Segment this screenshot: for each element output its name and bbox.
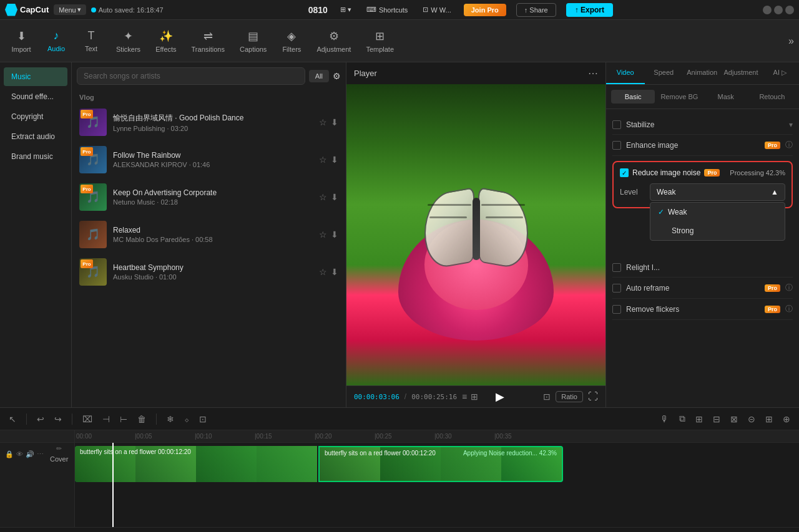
list-item[interactable]: 🎵 Pro 愉悦自由界域风情 · Good Polish Dance Lynne… bbox=[72, 104, 346, 141]
favorite-button-2[interactable]: ☆ bbox=[319, 155, 327, 165]
undo-button[interactable]: ↩ bbox=[34, 413, 47, 425]
keyframe-button[interactable]: ⬦ bbox=[182, 413, 192, 425]
sidebar-item-sound-effects[interactable]: Sound effe... bbox=[4, 87, 67, 106]
timeline-clip-1[interactable]: butterfly sits on a red flower 00:00:12:… bbox=[75, 446, 317, 482]
download-button-4[interactable]: ⬇ bbox=[331, 230, 338, 239]
merge-button[interactable]: ⊠ bbox=[728, 413, 740, 425]
tab-ai[interactable]: AI ▷ bbox=[761, 62, 799, 84]
tab-video[interactable]: Video bbox=[606, 62, 645, 84]
list-item[interactable]: 🎵 Relaxed MC Mablo Dos Paredões · 00:58 … bbox=[72, 216, 346, 253]
timeline-view-button[interactable]: ≡ bbox=[462, 392, 467, 402]
auto-reframe-info-icon[interactable]: ⓘ bbox=[785, 283, 793, 293]
minimize-button[interactable] bbox=[763, 6, 772, 14]
split-button[interactable]: ⌧ bbox=[80, 413, 95, 425]
sub-tab-basic[interactable]: Basic bbox=[611, 90, 655, 104]
zoom-in-button[interactable]: ⊕ bbox=[780, 413, 793, 425]
workspace-button[interactable]: ⊡ W W... bbox=[420, 3, 453, 16]
ratio-button[interactable]: Ratio bbox=[556, 391, 583, 402]
download-button-2[interactable]: ⬇ bbox=[331, 155, 338, 165]
share-button[interactable]: ↑ Share bbox=[516, 3, 556, 17]
tool-text[interactable]: T Text bbox=[75, 26, 107, 56]
sub-tab-mask[interactable]: Mask bbox=[704, 90, 748, 104]
sidebar-item-extract-audio[interactable]: Extract audio bbox=[4, 127, 67, 146]
sub-tab-remove-bg[interactable]: Remove BG bbox=[657, 90, 701, 104]
export-button[interactable]: ↑ Export bbox=[566, 3, 613, 17]
favorite-button-1[interactable]: ☆ bbox=[319, 117, 327, 127]
list-item[interactable]: 🎵 Pro Heartbeat Symphony Ausku Studio · … bbox=[72, 253, 346, 291]
split-right-button[interactable]: ⊢ bbox=[117, 413, 130, 425]
timeline-clip-2[interactable]: butterfly sits on a red flower 00:00:12:… bbox=[318, 446, 563, 482]
remove-flickers-checkbox[interactable] bbox=[612, 305, 621, 314]
download-button-5[interactable]: ⬇ bbox=[331, 267, 338, 277]
split-left-button[interactable]: ⊣ bbox=[100, 413, 112, 425]
playhead[interactable] bbox=[112, 443, 114, 527]
track-visibility-button[interactable]: 👁 bbox=[16, 450, 23, 458]
tab-animation[interactable]: Animation bbox=[683, 62, 722, 84]
tab-adjustment[interactable]: Adjustment bbox=[722, 62, 761, 84]
clip-link-button[interactable]: ⧉ bbox=[677, 412, 688, 425]
sidebar-item-music[interactable]: Music bbox=[4, 67, 67, 86]
join-pro-button[interactable]: Join Pro bbox=[464, 4, 506, 16]
player-menu-button[interactable]: ⋯ bbox=[588, 67, 598, 79]
crop-button[interactable]: ⊡ bbox=[543, 392, 551, 402]
tool-transitions[interactable]: ⇌ Transitions bbox=[185, 26, 231, 57]
layout-button[interactable]: ⊞ ▾ bbox=[338, 3, 354, 16]
delete-button[interactable]: 🗑 bbox=[135, 413, 149, 425]
sidebar-item-brand-music[interactable]: Brand music bbox=[4, 147, 67, 166]
tool-effects[interactable]: ✨ Effects bbox=[149, 26, 182, 57]
toolbar-more-button[interactable]: » bbox=[788, 36, 794, 47]
mic-button[interactable]: 🎙 bbox=[658, 413, 672, 425]
list-item[interactable]: 🎵 Pro Follow The Rainbow ALEKSANDAR KIPR… bbox=[72, 141, 346, 178]
tool-adjustment[interactable]: ⚙ Adjustment bbox=[310, 26, 357, 57]
relight-checkbox[interactable] bbox=[612, 263, 621, 272]
cover-edit-button[interactable]: ✏ bbox=[56, 445, 62, 453]
close-button[interactable] bbox=[785, 6, 794, 14]
mute-button[interactable]: ⊝ bbox=[745, 413, 758, 425]
sidebar-item-copyright[interactable]: Copyright bbox=[4, 107, 67, 126]
tool-audio[interactable]: ♪ Audio bbox=[40, 26, 72, 56]
enhance-image-checkbox[interactable] bbox=[612, 141, 621, 150]
play-button[interactable]: ▶ bbox=[496, 390, 504, 404]
dropdown-item-weak[interactable]: ✓ Weak bbox=[650, 203, 785, 221]
enhance-image-info-icon[interactable]: ⓘ bbox=[785, 140, 793, 150]
tool-captions[interactable]: ▤ Captions bbox=[233, 26, 273, 57]
noise-level-select[interactable]: Weak ▲ bbox=[650, 183, 785, 201]
timeline-track-area[interactable]: 00:00 |00:05 |00:10 |00:15 |00:20 |00:25… bbox=[75, 430, 799, 527]
tool-stickers[interactable]: ✦ Stickers bbox=[110, 26, 147, 57]
stabilize-checkbox[interactable] bbox=[612, 120, 621, 129]
track-audio-button[interactable]: 🔊 bbox=[26, 450, 34, 458]
auto-reframe-checkbox[interactable] bbox=[612, 284, 621, 293]
track-more-button[interactable]: ⋯ bbox=[37, 450, 44, 458]
track-lock-button[interactable]: 🔒 bbox=[5, 450, 14, 458]
tab-speed[interactable]: Speed bbox=[645, 62, 684, 84]
timeline-scrollbar[interactable] bbox=[0, 527, 799, 532]
menu-button[interactable]: Menu ▾ bbox=[54, 4, 86, 15]
grid-view-button[interactable]: ⊞ bbox=[471, 392, 478, 402]
filter-button[interactable]: ⚙ bbox=[333, 71, 341, 81]
split-audio-button[interactable]: ⊟ bbox=[710, 413, 723, 425]
select-tool-button[interactable]: ↖ bbox=[6, 413, 19, 425]
stabilize-arrow[interactable]: ▾ bbox=[789, 120, 793, 129]
favorite-button-5[interactable]: ☆ bbox=[319, 267, 327, 277]
dropdown-item-strong[interactable]: Strong bbox=[650, 221, 785, 240]
favorite-button-4[interactable]: ☆ bbox=[319, 230, 327, 239]
sub-tab-retouch[interactable]: Retouch bbox=[750, 90, 794, 104]
download-button-3[interactable]: ⬇ bbox=[331, 192, 338, 202]
crop-tl-button[interactable]: ⊡ bbox=[197, 413, 209, 425]
remove-flickers-info-icon[interactable]: ⓘ bbox=[785, 304, 793, 314]
tool-template[interactable]: ⊞ Template bbox=[360, 26, 400, 57]
tool-import[interactable]: ⬇ Import bbox=[5, 26, 37, 57]
download-button-1[interactable]: ⬇ bbox=[331, 117, 338, 127]
reduce-noise-checkbox[interactable]: ✓ bbox=[620, 168, 629, 177]
tool-filters[interactable]: ◈ Filters bbox=[275, 26, 308, 57]
multi-clip-button[interactable]: ⊞ bbox=[693, 413, 705, 425]
fullscreen-button[interactable]: ⛶ bbox=[588, 391, 598, 402]
search-input[interactable] bbox=[77, 67, 305, 85]
volume-button[interactable]: ⊞ bbox=[763, 413, 775, 425]
maximize-button[interactable] bbox=[774, 6, 783, 14]
redo-button[interactable]: ↪ bbox=[52, 413, 64, 425]
list-item[interactable]: 🎵 Pro Keep On Advertising Corporate Netu… bbox=[72, 178, 346, 216]
freeze-button[interactable]: ❄ bbox=[164, 413, 177, 425]
all-filter-button[interactable]: All bbox=[309, 70, 329, 82]
shortcuts-button[interactable]: ⌨ Shortcuts bbox=[364, 3, 410, 16]
